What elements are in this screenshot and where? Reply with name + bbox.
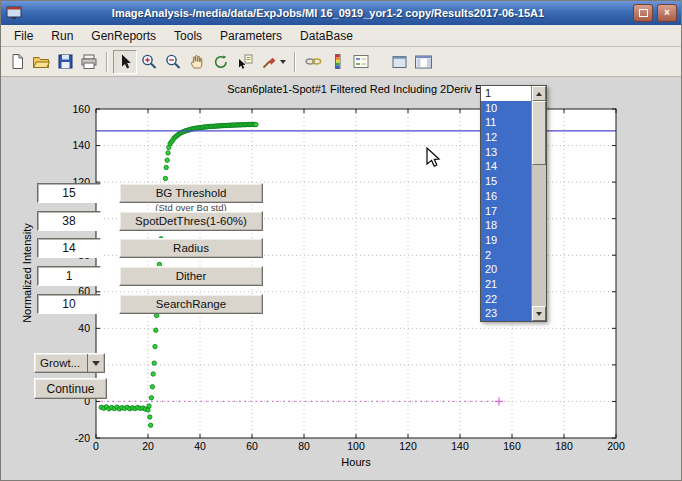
scroll-thumb[interactable] (532, 101, 546, 165)
x-tick-label: 200 (607, 440, 625, 452)
y-tick-label: -20 (75, 432, 90, 444)
toolbar (1, 47, 681, 77)
x-axis-label: Hours (96, 456, 616, 468)
spotdetthres-button[interactable]: SpotDetThres(1-60%) (119, 211, 263, 231)
dropdown-list-item[interactable]: 20 (481, 262, 531, 277)
zoom-in-icon[interactable] (137, 50, 161, 74)
x-tick-label: 40 (194, 440, 206, 452)
scroll-up-button[interactable] (532, 86, 546, 101)
dropdown-list-item[interactable]: 15 (481, 174, 531, 189)
figure-canvas: 020406080100120140160180200-200204060801… (1, 77, 681, 480)
insert-legend-icon[interactable] (349, 50, 373, 74)
dropdown-list-item[interactable]: 12 (481, 130, 531, 145)
print-icon[interactable] (77, 50, 101, 74)
menu-run[interactable]: Run (42, 26, 82, 46)
maximize-button[interactable] (633, 4, 653, 22)
dropdown-list-item[interactable]: 11 (481, 115, 531, 130)
titlebar[interactable]: ImageAnalysis-/media/data/ExpJobs/MI 16_… (1, 1, 681, 25)
data-point (164, 165, 168, 169)
app-icon (5, 5, 23, 21)
menu-parameters[interactable]: Parameters (211, 26, 291, 46)
link-plots-icon[interactable] (301, 50, 325, 74)
list-scrollbar[interactable] (531, 86, 546, 321)
dropdown-list-item[interactable]: 23 (481, 306, 531, 321)
data-point (152, 361, 156, 365)
new-document-icon[interactable] (5, 50, 29, 74)
dropdown-list-item[interactable]: 10 (481, 101, 531, 116)
dropdown-list-item[interactable]: 16 (481, 189, 531, 204)
arrow-up-icon (536, 92, 542, 96)
menu-file[interactable]: File (5, 26, 42, 46)
menubar: File Run GenReports Tools Parameters Dat… (1, 25, 681, 47)
data-point (154, 328, 158, 332)
app-window: ImageAnalysis-/media/data/ExpJobs/MI 16_… (0, 0, 682, 481)
x-tick-label: 160 (503, 440, 521, 452)
menu-database[interactable]: DataBase (291, 26, 362, 46)
chevron-down-icon (92, 361, 100, 366)
dropdown-list-item[interactable]: 1 (481, 86, 531, 101)
dropdown-list-item[interactable]: 2 (481, 248, 531, 263)
open-folder-icon[interactable] (29, 50, 53, 74)
dropdown-list-item[interactable]: 17 (481, 204, 531, 219)
show-plot-tools-icon[interactable] (411, 50, 435, 74)
continue-button[interactable]: Continue (34, 378, 107, 399)
dropdown-list-item[interactable]: 22 (481, 292, 531, 307)
data-point (166, 151, 170, 155)
close-button[interactable]: × (657, 4, 677, 22)
y-tick-label: 160 (72, 103, 90, 115)
close-icon: × (664, 8, 670, 18)
x-tick-label: 100 (347, 440, 365, 452)
save-icon[interactable] (53, 50, 77, 74)
plot: 020406080100120140160180200-200204060801… (1, 77, 681, 480)
toolbar-separator (106, 52, 108, 72)
searchrange-input[interactable] (37, 294, 101, 314)
x-tick-label: 80 (298, 440, 310, 452)
arrow-down-icon (536, 312, 542, 316)
dither-button[interactable]: Dither (119, 266, 263, 286)
data-point (163, 176, 167, 180)
brush-dropdown-caret[interactable] (280, 60, 286, 64)
y-axis-label: Normalized Intensity (21, 223, 33, 323)
zoom-out-icon[interactable] (161, 50, 185, 74)
searchrange-button[interactable]: SearchRange (119, 294, 263, 314)
menu-genreports[interactable]: GenReports (82, 26, 165, 46)
dropdown-list-item[interactable]: 21 (481, 277, 531, 292)
toolbar-separator (294, 52, 296, 72)
dither-input[interactable] (37, 266, 101, 286)
insert-colorbar-icon[interactable] (325, 50, 349, 74)
radius-button[interactable]: Radius (119, 238, 263, 258)
y-tick-label: 40 (78, 322, 90, 334)
hide-plot-tools-icon[interactable] (387, 50, 411, 74)
menu-tools[interactable]: Tools (165, 26, 211, 46)
x-tick-label: 60 (246, 440, 258, 452)
data-point (147, 404, 151, 408)
growth-dropdown-arrow[interactable] (87, 354, 104, 372)
dropdown-items: 110111213141516171819220212223 (481, 86, 531, 321)
dropdown-list-item[interactable]: 14 (481, 159, 531, 174)
radius-input[interactable] (37, 238, 101, 258)
data-point (151, 372, 155, 376)
pointer-icon[interactable] (113, 50, 137, 74)
data-cursor-icon[interactable] (233, 50, 257, 74)
x-tick-label: 140 (451, 440, 469, 452)
dropdown-list-item[interactable]: 19 (481, 233, 531, 248)
x-tick-label: 0 (93, 440, 99, 452)
x-tick-label: 120 (399, 440, 417, 452)
bg-threshold-input[interactable] (37, 183, 101, 203)
data-point (254, 122, 258, 126)
bg-threshold-button[interactable]: BG Threshold (119, 183, 263, 203)
data-point (148, 423, 152, 427)
dropdown-list-item[interactable]: 18 (481, 218, 531, 233)
dropdown-list-item[interactable]: 13 (481, 145, 531, 160)
scroll-down-button[interactable] (532, 306, 546, 321)
brush-icon[interactable] (257, 50, 289, 74)
growth-dropdown-label: Growt... (35, 354, 87, 372)
rotate-3d-icon[interactable] (209, 50, 233, 74)
spotdetthres-input[interactable] (37, 211, 101, 231)
y-tick-label: 140 (72, 139, 90, 151)
data-point (148, 415, 152, 419)
growth-dropdown[interactable]: Growt... (34, 353, 105, 373)
data-point (153, 344, 157, 348)
window-title: ImageAnalysis-/media/data/ExpJobs/MI 16_… (27, 7, 629, 19)
pan-hand-icon[interactable] (185, 50, 209, 74)
